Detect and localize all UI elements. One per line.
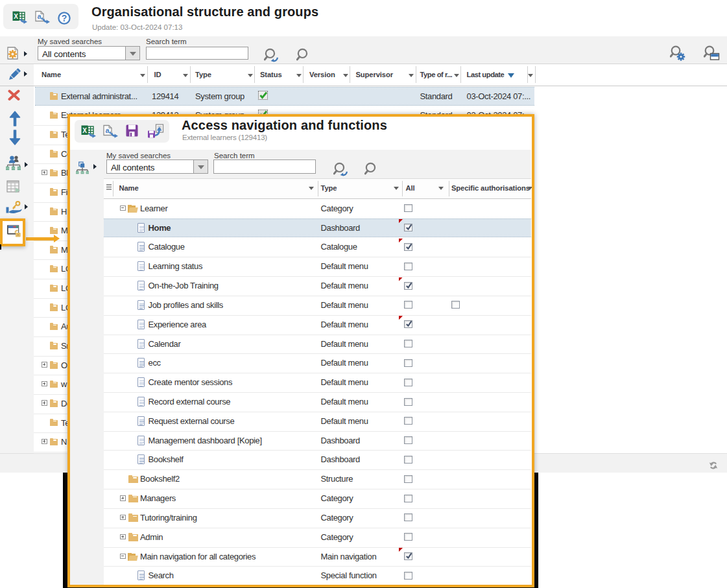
svg-text:a: a xyxy=(105,126,110,134)
svg-text:a: a xyxy=(37,12,42,20)
svg-text:?: ? xyxy=(62,13,67,23)
svg-text:X: X xyxy=(82,126,87,134)
svg-text:X: X xyxy=(14,13,18,20)
